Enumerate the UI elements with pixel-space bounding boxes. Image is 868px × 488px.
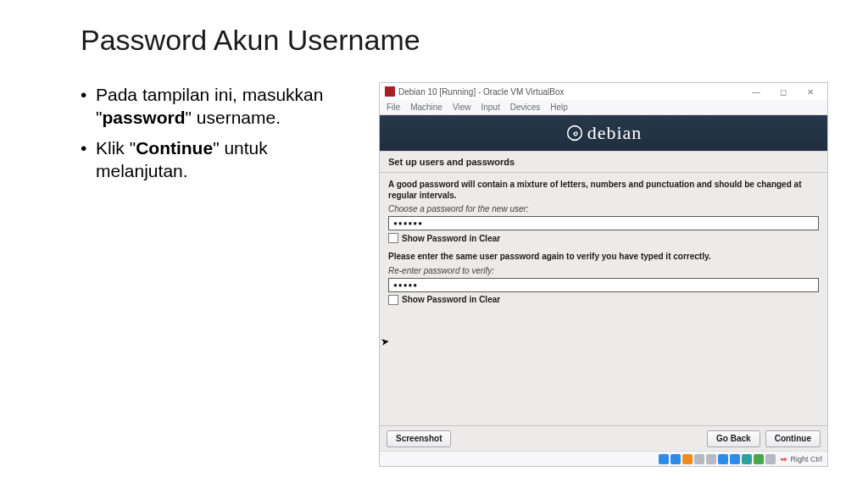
maximize-button[interactable]: ◻ [771, 85, 795, 98]
screenshot-button[interactable]: Screenshot [387, 430, 451, 447]
installer-heading: Set up users and passwords [380, 151, 827, 173]
continue-button[interactable]: Continue [765, 430, 821, 447]
debian-logo: debian [565, 122, 643, 144]
menu-input[interactable]: Input [481, 103, 499, 112]
installer-footer: Screenshot Go Back Continue [380, 425, 827, 451]
status-recording-icon [754, 454, 764, 464]
text: Klik " [96, 138, 136, 158]
status-clipboard-icon [742, 454, 752, 464]
show-password-checkbox-2[interactable] [388, 295, 398, 305]
hint-text: A good password will contain a mixture o… [388, 180, 819, 201]
window-titlebar[interactable]: Debian 10 [Running] - Oracle VM VirtualB… [380, 83, 827, 100]
text-bold: Continue [136, 138, 213, 158]
bullet-item: Pada tampilan ini, masukkan "password" u… [81, 83, 360, 130]
show-password-row-2: Show Password in Clear [388, 295, 819, 305]
debian-installer: debian Set up users and passwords A good… [380, 115, 827, 451]
bullet-item: Klik "Continue" untuk melanjutan. [81, 136, 360, 183]
installer-body: A good password will contain a mixture o… [380, 173, 827, 425]
text: " username. [186, 108, 281, 127]
minimize-button[interactable]: — [744, 85, 768, 98]
show-password-label-2: Show Password in Clear [402, 295, 500, 304]
menu-devices[interactable]: Devices [510, 103, 541, 112]
host-key-arrow-icon: ⇨ [781, 455, 787, 463]
close-button[interactable]: ✕ [798, 85, 822, 98]
text-bold: password [102, 108, 185, 127]
slide-title: Password Akun Username [81, 24, 420, 57]
status-audio-icon [694, 454, 704, 464]
status-cpu-icon [765, 454, 776, 464]
show-password-checkbox-1[interactable] [388, 233, 398, 243]
window-title: Debian 10 [Running] - Oracle VM VirtualB… [398, 87, 564, 97]
vbox-status-bar: ⇨ Right Ctrl [380, 451, 827, 466]
status-hdd-icon [659, 454, 669, 464]
status-cd-icon [670, 454, 681, 464]
status-usb-icon [682, 454, 693, 464]
slide-body: Pada tampilan ini, masukkan "password" u… [81, 83, 360, 189]
hint-text-verify: Please enter the same user password agai… [388, 252, 819, 263]
go-back-button[interactable]: Go Back [707, 430, 760, 447]
debian-swirl-icon [565, 124, 584, 142]
show-password-row-1: Show Password in Clear [388, 233, 819, 243]
status-display-icon [730, 454, 740, 464]
menu-view[interactable]: View [453, 103, 471, 112]
prompt-new-password: Choose a password for the new user: [388, 204, 819, 214]
menu-file[interactable]: File [387, 103, 400, 112]
menu-help[interactable]: Help [550, 103, 568, 112]
vbox-icon [385, 86, 395, 97]
installer-banner: debian [380, 115, 827, 151]
menu-machine[interactable]: Machine [410, 103, 442, 112]
show-password-label-1: Show Password in Clear [402, 234, 500, 243]
status-network-icon [718, 454, 728, 464]
password-verify-input[interactable]: ●●●●● [388, 278, 819, 292]
password-input[interactable]: ●●●●●● [388, 216, 819, 230]
host-key-indicator: ⇨ Right Ctrl [781, 455, 822, 463]
virtualbox-window: Debian 10 [Running] - Oracle VM VirtualB… [379, 82, 828, 467]
status-shared-icon [706, 454, 716, 464]
menubar: File Machine View Input Devices Help [380, 100, 827, 115]
debian-logo-text: debian [587, 122, 643, 144]
prompt-verify-password: Re-enter password to verify: [388, 266, 819, 275]
host-key-text: Right Ctrl [790, 455, 822, 463]
